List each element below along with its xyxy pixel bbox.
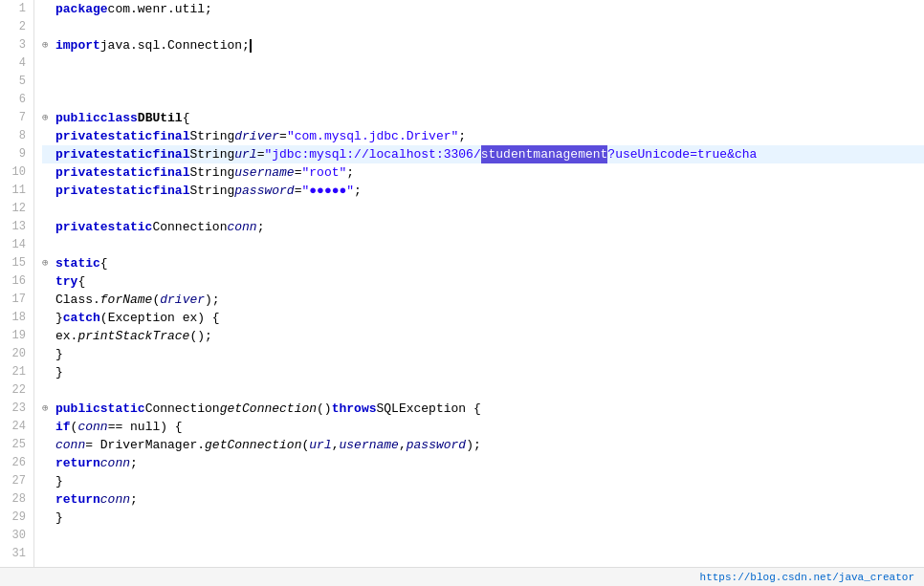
code-line: ⊕import java.sql.Connection; bbox=[42, 36, 924, 54]
code-line: try { bbox=[42, 272, 924, 291]
code-token: static bbox=[108, 145, 153, 163]
editor-container: 1234567891011121314151617181920212223242… bbox=[0, 0, 924, 586]
code-token: SQLException { bbox=[376, 400, 480, 418]
code-token: url bbox=[309, 436, 331, 454]
code-token: } bbox=[55, 509, 63, 527]
code-token: password bbox=[234, 182, 294, 200]
line-number: 24 bbox=[4, 418, 26, 436]
code-token: return bbox=[55, 490, 100, 509]
line-number: 8 bbox=[4, 127, 26, 145]
code-token: } bbox=[55, 345, 63, 363]
code-line: private static final String username = "… bbox=[42, 163, 924, 182]
line-number: 22 bbox=[4, 381, 26, 400]
code-line: return conn; bbox=[42, 454, 924, 472]
code-line bbox=[42, 54, 924, 73]
code-line bbox=[42, 527, 924, 545]
code-line bbox=[42, 18, 924, 36]
code-content[interactable]: package com.wenr.util;⊕import java.sql.C… bbox=[34, 0, 924, 567]
code-token: static bbox=[108, 127, 153, 145]
code-line bbox=[42, 236, 924, 254]
line-number: 23 bbox=[4, 400, 26, 418]
code-token: = bbox=[257, 145, 265, 163]
code-token: String bbox=[189, 163, 234, 182]
code-line: return conn; bbox=[42, 490, 924, 509]
code-line: if (conn == null) { bbox=[42, 418, 924, 436]
line-number: 6 bbox=[4, 91, 26, 109]
code-line bbox=[42, 73, 924, 91]
code-token: package bbox=[55, 0, 108, 18]
code-line bbox=[42, 381, 924, 400]
code-line: private static final String password = "… bbox=[42, 182, 924, 200]
code-token: String bbox=[189, 182, 234, 200]
line-number: 31 bbox=[4, 545, 26, 563]
code-token: username bbox=[234, 163, 294, 182]
line-number: 17 bbox=[4, 291, 26, 309]
code-token: printStackTrace bbox=[77, 327, 189, 345]
code-token: private bbox=[55, 127, 108, 145]
code-token: { bbox=[77, 272, 85, 291]
line-number: 29 bbox=[4, 509, 26, 527]
code-token: ; bbox=[458, 127, 466, 145]
fold-marker[interactable]: ⊕ bbox=[42, 254, 54, 272]
code-token: java.sql.Connection; bbox=[100, 36, 250, 54]
code-line: } catch (Exception ex) { bbox=[42, 309, 924, 327]
code-line: private static final String url = "jdbc:… bbox=[42, 145, 924, 163]
code-token: static bbox=[100, 400, 145, 418]
code-token: ); bbox=[466, 436, 481, 454]
line-number: 19 bbox=[4, 327, 26, 345]
code-token: username bbox=[340, 436, 399, 454]
code-line: } bbox=[42, 472, 924, 490]
code-area: 1234567891011121314151617181920212223242… bbox=[0, 0, 924, 567]
code-token: ; bbox=[346, 163, 354, 182]
line-number: 21 bbox=[4, 363, 26, 381]
code-token: ; bbox=[354, 182, 362, 200]
fold-marker[interactable]: ⊕ bbox=[42, 109, 54, 127]
code-token: ?useUnicode=true&cha bbox=[607, 145, 757, 163]
line-number: 28 bbox=[4, 490, 26, 509]
code-token: String bbox=[189, 127, 234, 145]
line-number: 27 bbox=[4, 472, 26, 490]
code-token: conn bbox=[55, 436, 85, 454]
code-token: final bbox=[152, 145, 189, 163]
fold-marker[interactable]: ⊕ bbox=[42, 400, 54, 418]
code-token: private bbox=[55, 163, 108, 182]
code-token: private bbox=[55, 218, 108, 236]
code-token: final bbox=[152, 182, 189, 200]
code-line bbox=[42, 200, 924, 218]
code-token: String bbox=[189, 145, 234, 163]
code-token: Connection bbox=[152, 218, 227, 236]
code-token: "root" bbox=[301, 163, 346, 182]
bottom-bar: https://blog.csdn.net/java_creator bbox=[0, 567, 924, 586]
code-token: { bbox=[100, 254, 108, 272]
code-token: (); bbox=[189, 327, 211, 345]
code-line: } bbox=[42, 345, 924, 363]
code-token: ; bbox=[130, 490, 138, 509]
code-token: ( bbox=[71, 418, 78, 436]
line-number: 10 bbox=[4, 163, 26, 182]
text-cursor bbox=[250, 39, 252, 53]
line-number: 16 bbox=[4, 272, 26, 291]
code-token: getConnection bbox=[220, 400, 317, 418]
fold-marker[interactable]: ⊕ bbox=[42, 36, 54, 54]
code-line: } bbox=[42, 509, 924, 527]
code-line: package com.wenr.util; bbox=[42, 0, 924, 18]
code-token: catch bbox=[63, 309, 100, 327]
code-token: == null) { bbox=[108, 418, 183, 436]
code-token: Class. bbox=[55, 291, 100, 309]
code-token: } bbox=[55, 472, 63, 490]
code-token: studentmanagement bbox=[481, 145, 608, 163]
line-number: 13 bbox=[4, 218, 26, 236]
code-line: ex.printStackTrace(); bbox=[42, 327, 924, 345]
line-number: 5 bbox=[4, 73, 26, 91]
code-token: = bbox=[295, 182, 302, 200]
code-token: , bbox=[399, 436, 407, 454]
code-token: = bbox=[279, 127, 287, 145]
code-token: com.wenr.util; bbox=[108, 0, 212, 18]
code-token: try bbox=[55, 272, 77, 291]
line-number: 15 bbox=[4, 254, 26, 272]
code-token: conn bbox=[100, 490, 130, 509]
code-token: conn bbox=[100, 454, 130, 472]
code-line: } bbox=[42, 363, 924, 381]
code-line: private static Connection conn; bbox=[42, 218, 924, 236]
code-token: ); bbox=[205, 291, 220, 309]
